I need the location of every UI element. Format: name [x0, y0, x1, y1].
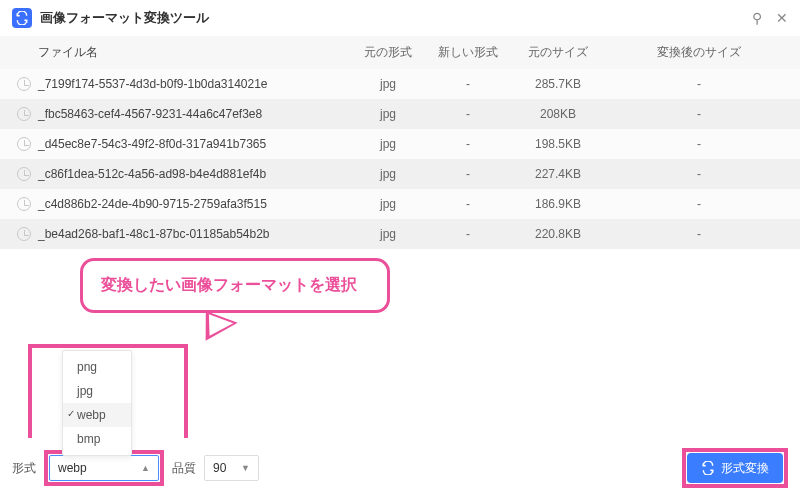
table-row[interactable]: _d45ec8e7-54c3-49f2-8f0d-317a941b7365jpg… — [0, 129, 800, 159]
format-option-webp[interactable]: webp — [63, 403, 131, 427]
cell-new-format: - — [428, 227, 508, 241]
table-row[interactable]: _be4ad268-baf1-48c1-87bc-01185ab54b2bjpg… — [0, 219, 800, 249]
quality-select[interactable]: 90 ▼ — [204, 455, 259, 481]
clock-icon — [17, 197, 31, 211]
callout: 変換したい画像フォーマットを選択 — [80, 258, 390, 313]
format-option-png[interactable]: png — [63, 355, 131, 379]
cell-new-size: - — [608, 167, 790, 181]
cell-src-format: jpg — [348, 197, 428, 211]
cell-new-size: - — [608, 107, 790, 121]
app-title: 画像フォーマット変換ツール — [40, 9, 209, 27]
cell-src-format: jpg — [348, 107, 428, 121]
col-header-new-size: 変換後のサイズ — [608, 44, 790, 61]
cell-src-format: jpg — [348, 137, 428, 151]
table-header: ファイル名 元の形式 新しい形式 元のサイズ 変換後のサイズ — [0, 36, 800, 69]
table-row[interactable]: _7199f174-5537-4d3d-b0f9-1b0da314021ejpg… — [0, 69, 800, 99]
table-row[interactable]: _fbc58463-cef4-4567-9231-44a6c47ef3e8jpg… — [0, 99, 800, 129]
clock-icon — [17, 167, 31, 181]
cell-src-format: jpg — [348, 167, 428, 181]
app-icon — [12, 8, 32, 28]
pin-icon[interactable]: ⚲ — [752, 10, 762, 26]
clock-icon — [17, 227, 31, 241]
format-dropdown-panel[interactable]: pngjpgwebpbmp — [62, 350, 132, 456]
cell-src-format: jpg — [348, 227, 428, 241]
clock-icon — [17, 107, 31, 121]
cell-name: _c86f1dea-512c-4a56-ad98-b4e4d881ef4b — [38, 167, 348, 181]
cell-new-format: - — [428, 77, 508, 91]
cell-new-format: - — [428, 197, 508, 211]
cell-name: _be4ad268-baf1-48c1-87bc-01185ab54b2b — [38, 227, 348, 241]
convert-button[interactable]: 形式変換 — [687, 453, 783, 483]
format-label: 形式 — [12, 460, 36, 477]
caret-up-icon: ▲ — [141, 463, 150, 473]
cell-src-size: 227.4KB — [508, 167, 608, 181]
col-header-name: ファイル名 — [38, 44, 348, 61]
col-header-src-format: 元の形式 — [348, 44, 428, 61]
format-select[interactable]: webp ▲ — [49, 455, 159, 481]
cell-src-format: jpg — [348, 77, 428, 91]
cell-src-size: 208KB — [508, 107, 608, 121]
cell-new-format: - — [428, 167, 508, 181]
cell-src-size: 198.5KB — [508, 137, 608, 151]
cell-name: _c4d886b2-24de-4b90-9715-2759afa3f515 — [38, 197, 348, 211]
cell-new-format: - — [428, 107, 508, 121]
table-row[interactable]: _c86f1dea-512c-4a56-ad98-b4e4d881ef4bjpg… — [0, 159, 800, 189]
titlebar: 画像フォーマット変換ツール ⚲ ✕ — [0, 0, 800, 36]
col-header-new-format: 新しい形式 — [428, 44, 508, 61]
cell-new-size: - — [608, 227, 790, 241]
cell-name: _fbc58463-cef4-4567-9231-44a6c47ef3e8 — [38, 107, 348, 121]
callout-tail — [196, 311, 238, 349]
format-option-bmp[interactable]: bmp — [63, 427, 131, 451]
cell-name: _7199f174-5537-4d3d-b0f9-1b0da314021e — [38, 77, 348, 91]
col-header-src-size: 元のサイズ — [508, 44, 608, 61]
caret-down-icon: ▼ — [241, 463, 250, 473]
close-icon[interactable]: ✕ — [776, 10, 788, 26]
cell-name: _d45ec8e7-54c3-49f2-8f0d-317a941b7365 — [38, 137, 348, 151]
clock-icon — [17, 77, 31, 91]
table-row[interactable]: _c4d886b2-24de-4b90-9715-2759afa3f515jpg… — [0, 189, 800, 219]
format-option-jpg[interactable]: jpg — [63, 379, 131, 403]
cell-src-size: 186.9KB — [508, 197, 608, 211]
refresh-icon — [701, 461, 715, 475]
cell-new-size: - — [608, 77, 790, 91]
quality-label: 品質 — [172, 460, 196, 477]
cell-src-size: 285.7KB — [508, 77, 608, 91]
clock-icon — [17, 137, 31, 151]
cell-new-size: - — [608, 137, 790, 151]
table-body: _7199f174-5537-4d3d-b0f9-1b0da314021ejpg… — [0, 69, 800, 249]
cell-new-format: - — [428, 137, 508, 151]
cell-src-size: 220.8KB — [508, 227, 608, 241]
cell-new-size: - — [608, 197, 790, 211]
